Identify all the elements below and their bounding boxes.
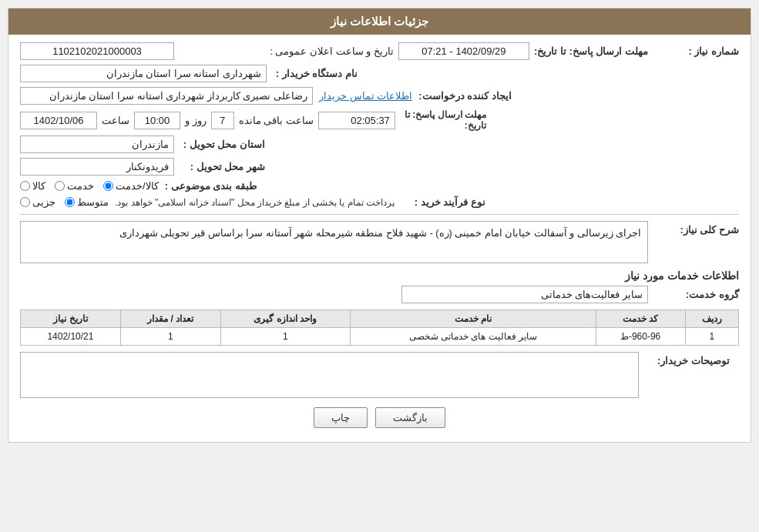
noie-jozi-label: جزیی — [32, 196, 55, 208]
date-time-value: 1402/09/29 - 07:21 — [398, 42, 529, 60]
page-title: جزئیات اطلاعات نیاز — [331, 15, 428, 28]
cell-tedad: 1 — [120, 328, 220, 346]
services-table: ردیف کد خدمت نام خدمت واحد اندازه گیری ت… — [20, 309, 739, 346]
roz-label: روز و — [185, 115, 207, 126]
services-table-container: ردیف کد خدمت نام خدمت واحد اندازه گیری ت… — [20, 309, 739, 346]
tabaqe-kala-label: کالا — [32, 180, 45, 192]
mohlet-label: مهلت ارسال پاسخ: تاتاریخ: — [401, 109, 486, 131]
buttons-row: بازگشت چاپ — [20, 407, 739, 428]
cell-tarikh: 1402/10/21 — [21, 328, 121, 346]
print-button[interactable]: چاپ — [314, 407, 368, 428]
noie-motoset[interactable]: متوسط — [65, 196, 109, 208]
date-time-separator: تاریخ و ساعت اعلان عمومی : — [270, 45, 394, 57]
sharh-label: شرح کلی نیاز: — [654, 221, 739, 236]
tabaqe-khidmat-label: خدمت — [67, 180, 94, 192]
roz-value: 7 — [211, 112, 234, 129]
ijad-konande-link[interactable]: اطلاعات تماس خریدار — [319, 90, 412, 102]
noie-label: نوع فرآیند خرید : — [401, 196, 485, 208]
mande-label: ساعت باقی مانده — [239, 115, 314, 126]
tabaqe-khidmat-radio[interactable] — [55, 181, 65, 191]
cell-kod: 960-96-ط — [596, 328, 685, 346]
shomara-label: شماره نیاز : — [654, 45, 739, 57]
mande-value: 02:05:37 — [318, 112, 395, 129]
ijad-konande-value: رضاعلی نصیری کاربرداز شهرداری استانه سرا… — [20, 87, 313, 105]
saat-label: ساعت — [102, 115, 129, 126]
saat-value: 10:00 — [134, 112, 180, 129]
shahr-label: شهر محل تحویل : — [180, 161, 265, 172]
noie-extra: پرداخت تمام یا بخشی از مبلغ خریداز محل "… — [115, 197, 395, 208]
noie-jozi-radio[interactable] — [20, 197, 30, 207]
cell-vahed: 1 — [220, 328, 350, 346]
buyer-desc-label: توصیحات خریدار: — [645, 352, 730, 366]
shomara-value: 1102102021000003 — [20, 42, 174, 60]
back-button[interactable]: بازگشت — [375, 407, 445, 428]
tabaqe-kala-radio[interactable] — [20, 181, 30, 191]
tabaqe-label: طبقه بندی موضوعی : — [165, 180, 257, 192]
col-vahed: واحد اندازه گیری — [220, 310, 350, 328]
tabaqe-khidmat[interactable]: خدمت — [55, 180, 94, 192]
buyer-desc-textarea[interactable] — [20, 352, 639, 398]
tabaqe-group: کالا/خدمت خدمت کالا — [20, 180, 159, 192]
date-time-label: مهلت ارسال پاسخ: تا تاریخ: — [534, 45, 648, 57]
col-kod: کد خدمت — [596, 310, 685, 328]
noie-jozi[interactable]: جزیی — [20, 196, 55, 208]
table-row: 1 960-96-ط سایر فعالیت های خدماتی شخصی 1… — [21, 328, 739, 346]
date-value: 1402/10/06 — [20, 112, 97, 129]
grouh-label: گروه خدمت: — [654, 289, 739, 300]
tabaqe-kala-khidmat-radio[interactable] — [103, 181, 113, 191]
col-radif: ردیف — [685, 310, 738, 328]
shahr-value: فریدونکنار — [20, 158, 174, 176]
cell-nam: سایر فعالیت های خدماتی شخصی — [350, 328, 596, 346]
grouh-value: سایر فعالیت‌های خدماتی — [401, 286, 648, 303]
ostan-label: استان محل تحویل : — [180, 139, 265, 150]
nam-dastgah-value: شهرداری استانه سرا استان مازندران — [20, 65, 267, 82]
col-tedad: تعداد / مقدار — [120, 310, 220, 328]
ostan-value: مازندران — [20, 136, 174, 153]
ijad-konande-label: ایجاد کننده درخواست: — [418, 90, 512, 102]
sharh-value: اجرای زیرسالی و آسفالت خیابان امام خمینی… — [20, 221, 648, 263]
khadamat-title: اطلاعات خدمات مورد نیاز — [20, 269, 739, 282]
col-nam: نام خدمت — [350, 310, 596, 328]
col-tarikh: تاریخ نیاز — [21, 310, 121, 328]
tabaqe-kala-khidmat-label: کالا/خدمت — [116, 180, 159, 192]
page-header: جزئیات اطلاعات نیاز — [8, 8, 751, 35]
noie-motoset-label: متوسط — [77, 196, 109, 208]
noie-group: متوسط جزیی — [20, 196, 109, 208]
tabaqe-kala-khidmat[interactable]: کالا/خدمت — [103, 180, 159, 192]
nam-dastgah-label: نام دستگاه خریدار : — [273, 68, 358, 79]
noie-motoset-radio[interactable] — [65, 197, 75, 207]
tabaqe-kala[interactable]: کالا — [20, 180, 45, 192]
cell-radif: 1 — [685, 328, 738, 346]
